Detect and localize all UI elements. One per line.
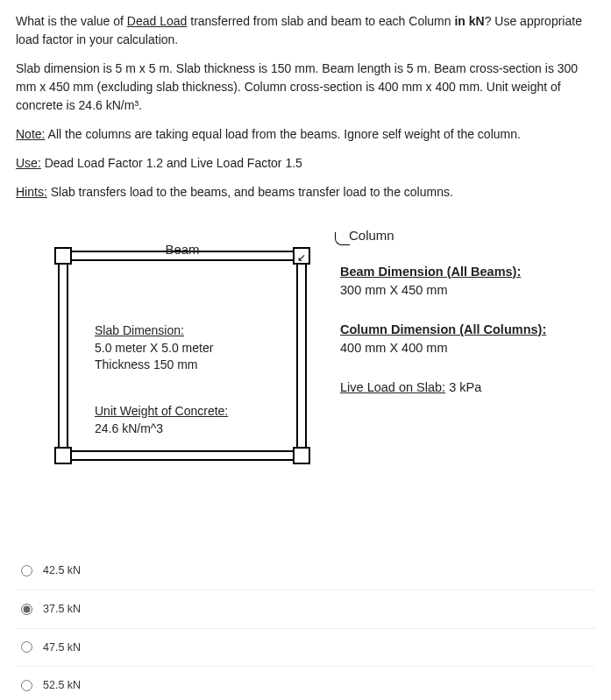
- unit-bold: in kN: [454, 14, 484, 28]
- question-p2: Slab dimension is 5 m x 5 m. Slab thickn…: [16, 60, 595, 115]
- use-label: Use:: [16, 156, 41, 170]
- slab-dim-thickness: Thickness 150 mm: [95, 357, 213, 374]
- question-p1: What is the value of Dead Load transferr…: [16, 12, 595, 49]
- unit-weight-value: 24.6 kN/m^3: [95, 421, 228, 438]
- plan-view: ↙ Beam Slab Dimension: 5.0 meter X 5.0 m…: [49, 242, 316, 470]
- option-b-label: 37.5 kN: [43, 601, 81, 618]
- question-text: What is the value of Dead Load transferr…: [16, 12, 595, 202]
- beam-bottom: [58, 450, 307, 461]
- beam-label: Beam: [49, 240, 316, 260]
- question-p3: Note: All the columns are taking equal l…: [16, 125, 595, 144]
- slab-dim-title: Slab Dimension:: [95, 322, 213, 340]
- text: transferred from slab and beam to each C…: [187, 14, 454, 28]
- column-bottom-left: [54, 447, 72, 464]
- live-load-title: Live Load on Slab:: [340, 380, 445, 394]
- option-d-radio[interactable]: [21, 680, 32, 691]
- beam-dimension-note: Beam Dimension (All Beams): 300 mm X 450…: [340, 263, 546, 300]
- hints-label: Hints:: [16, 185, 47, 199]
- option-d[interactable]: 52.5 kN: [16, 667, 595, 700]
- diagram: Column ↙ Beam Slab Dimension: 5.0 meter …: [16, 226, 595, 489]
- unit-weight-note: Unit Weight of Concrete: 24.6 kN/m^3: [95, 403, 228, 437]
- col-dim-value: 400 mm X 400 mm: [340, 339, 546, 357]
- question-p5: Hints: Slab transfers load to the beams,…: [16, 183, 595, 202]
- beam-right: [296, 251, 307, 461]
- option-b[interactable]: 37.5 kN: [16, 590, 595, 629]
- leader-line: [335, 232, 350, 245]
- beam-left: [58, 251, 68, 461]
- col-dim-title: Column Dimension (All Columns):: [340, 321, 546, 339]
- option-c[interactable]: 47.5 kN: [16, 629, 595, 668]
- text: Dead Load Factor 1.2 and Live Load Facto…: [41, 156, 302, 170]
- option-b-radio[interactable]: [21, 604, 32, 615]
- live-load-note: Live Load on Slab: 3 kPa: [340, 378, 546, 397]
- column-label: Column: [349, 226, 394, 246]
- beam-dim-title: Beam Dimension (All Beams):: [340, 263, 546, 281]
- text: Slab transfers load to the beams, and be…: [47, 185, 453, 199]
- column-bottom-right: [293, 447, 310, 464]
- side-notes: Beam Dimension (All Beams): 300 mm X 450…: [340, 263, 546, 418]
- beam-dim-value: 300 mm X 450 mm: [340, 281, 546, 300]
- live-load-value: 3 kPa: [445, 380, 481, 394]
- text: All the columns are taking equal load fr…: [45, 127, 520, 141]
- answer-options: 42.5 kN 37.5 kN 47.5 kN 52.5 kN: [16, 552, 595, 700]
- note-label: Note:: [16, 127, 45, 141]
- slab-dim-size: 5.0 meter X 5.0 meter: [95, 340, 213, 357]
- slab-dimension-note: Slab Dimension: 5.0 meter X 5.0 meter Th…: [95, 322, 213, 374]
- option-a[interactable]: 42.5 kN: [16, 552, 595, 590]
- option-c-label: 47.5 kN: [43, 640, 81, 656]
- unit-weight-title: Unit Weight of Concrete:: [95, 403, 228, 421]
- option-a-radio[interactable]: [21, 565, 32, 576]
- column-dimension-note: Column Dimension (All Columns): 400 mm X…: [340, 321, 546, 357]
- option-c-radio[interactable]: [21, 641, 32, 653]
- dead-load-term: Dead Load: [127, 14, 188, 28]
- option-a-label: 42.5 kN: [43, 562, 81, 579]
- option-d-label: 52.5 kN: [43, 677, 81, 694]
- text: What is the value of: [16, 14, 127, 28]
- question-p4: Use: Dead Load Factor 1.2 and Live Load …: [16, 154, 595, 173]
